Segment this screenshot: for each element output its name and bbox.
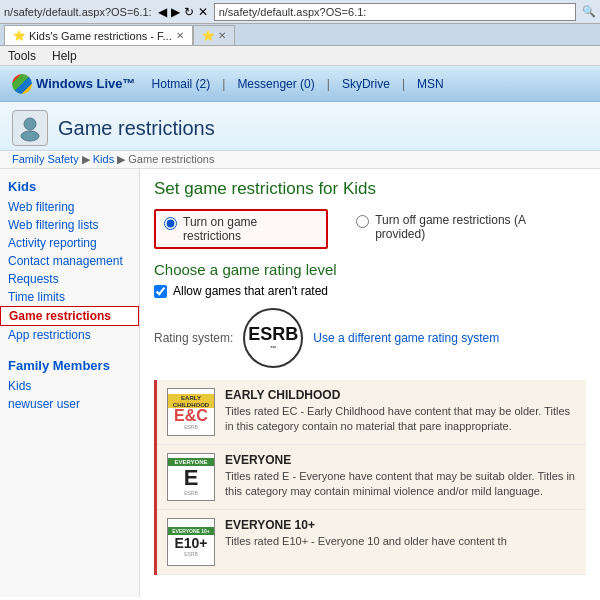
tab-inactive[interactable]: ⭐ ✕ xyxy=(193,25,235,45)
content-area: Set game restrictions for Kids Turn on g… xyxy=(140,169,600,597)
wl-header: Windows Live™ Hotmail (2) | Messenger (0… xyxy=(0,66,600,102)
sidebar-item-activity-reporting[interactable]: Activity reporting xyxy=(0,234,139,252)
sidebar-section-title-kids: Kids xyxy=(0,177,139,198)
radio-off-label: Turn off game restrictions (A provided) xyxy=(375,213,578,241)
rating-card-e: EVERYONE E ESRB EVERYONE Titles rated E … xyxy=(157,445,586,510)
radio-option-off[interactable]: Turn off game restrictions (A provided) xyxy=(348,209,586,245)
page-header-icon xyxy=(12,110,48,146)
rating-desc-e10: Titles rated E10+ - Everyone 10 and olde… xyxy=(225,534,576,549)
wl-nav: Hotmail (2) | Messenger (0) | SkyDrive |… xyxy=(152,77,444,91)
esrb-row: Rating system: ESRB ™ Use a different ga… xyxy=(154,308,586,368)
radio-off-input[interactable] xyxy=(356,215,369,228)
tab-close-icon-2[interactable]: ✕ xyxy=(218,30,226,41)
menu-tools[interactable]: Tools xyxy=(8,49,36,63)
rating-card-ec: EARLY CHILDHOOD E&C ESRB EARLY CHILDHOOD… xyxy=(157,380,586,445)
rating-icon-e10: EVERYONE 10+ E10+ ESRB xyxy=(167,518,215,566)
wl-nav-messenger[interactable]: Messenger (0) xyxy=(237,77,314,91)
rating-icon-e: EVERYONE E ESRB xyxy=(167,453,215,501)
tab-close-icon[interactable]: ✕ xyxy=(176,30,184,41)
wl-logo-text: Windows Live™ xyxy=(36,76,136,91)
radio-option-on[interactable]: Turn on game restrictions xyxy=(154,209,328,249)
esrb-sub: ™ xyxy=(270,345,277,352)
wl-divider-2: | xyxy=(327,77,330,91)
content-subtitle: Choose a game rating level xyxy=(154,261,586,278)
family-safety-icon xyxy=(16,114,44,142)
tab-favicon: ⭐ xyxy=(13,30,25,41)
wl-nav-skydrive[interactable]: SkyDrive xyxy=(342,77,390,91)
tab-label: Kids's Game restrictions - F... xyxy=(29,30,172,42)
radio-on-input[interactable] xyxy=(164,217,177,230)
sidebar-item-app-restrictions[interactable]: App restrictions xyxy=(0,326,139,344)
browser-icons: 🔍 xyxy=(582,5,596,18)
main-layout: Kids Web filtering Web filtering lists A… xyxy=(0,169,600,597)
rating-info-e10: EVERYONE 10+ Titles rated E10+ - Everyon… xyxy=(225,518,576,549)
stop-icon[interactable]: ✕ xyxy=(198,5,208,19)
browser-url-text: n/safety/default.aspx?OS=6.1: xyxy=(4,6,152,18)
rating-icon-ec: EARLY CHILDHOOD E&C ESRB xyxy=(167,388,215,436)
sidebar-item-time-limits[interactable]: Time limits xyxy=(0,288,139,306)
sidebar-section-kids: Kids Web filtering Web filtering lists A… xyxy=(0,177,139,344)
page-title: Game restrictions xyxy=(58,117,215,140)
rating-info-e: EVERYONE Titles rated E - Everyone have … xyxy=(225,453,576,500)
back-icon[interactable]: ◀ xyxy=(158,5,167,19)
breadcrumb-sep-1: ▶ xyxy=(82,153,93,165)
sidebar-section-title-family: Family Members xyxy=(0,356,139,377)
menu-bar: Tools Help xyxy=(0,46,600,66)
sidebar-item-contact-management[interactable]: Contact management xyxy=(0,252,139,270)
search-icon[interactable]: 🔍 xyxy=(582,5,596,18)
breadcrumb-current: Game restrictions xyxy=(128,153,214,165)
rating-name-e10: EVERYONE 10+ xyxy=(225,518,576,532)
rating-name-e: EVERYONE xyxy=(225,453,576,467)
sidebar-section-family: Family Members Kids newuser user xyxy=(0,356,139,413)
wl-divider-1: | xyxy=(222,77,225,91)
svg-point-1 xyxy=(21,131,39,141)
address-bar[interactable] xyxy=(214,3,576,21)
esrb-link[interactable]: Use a different game rating system xyxy=(313,331,499,345)
wl-nav-hotmail[interactable]: Hotmail (2) xyxy=(152,77,211,91)
wl-divider-3: | xyxy=(402,77,405,91)
breadcrumb: Family Safety ▶ Kids ▶ Game restrictions xyxy=(0,151,600,169)
tab-label-2: ⭐ xyxy=(202,30,214,41)
sidebar-item-game-restrictions[interactable]: Game restrictions xyxy=(0,306,139,326)
radio-group: Turn on game restrictions Turn off game … xyxy=(154,209,586,249)
sidebar-item-newuser[interactable]: newuser user xyxy=(0,395,139,413)
sidebar-item-kids-member[interactable]: Kids xyxy=(0,377,139,395)
refresh-icon[interactable]: ↻ xyxy=(184,5,194,19)
sidebar-item-web-filtering[interactable]: Web filtering xyxy=(0,198,139,216)
esrb-logo: ESRB ™ xyxy=(243,308,303,368)
wl-logo: Windows Live™ xyxy=(12,74,136,94)
checkbox-row: Allow games that aren't rated xyxy=(154,284,586,298)
windows-live-icon xyxy=(12,74,32,94)
checkbox-label: Allow games that aren't rated xyxy=(173,284,328,298)
rating-desc-ec: Titles rated EC - Early Childhood have c… xyxy=(225,404,576,435)
sidebar-item-requests[interactable]: Requests xyxy=(0,270,139,288)
breadcrumb-family-safety[interactable]: Family Safety xyxy=(12,153,79,165)
rating-info-ec: EARLY CHILDHOOD Titles rated EC - Early … xyxy=(225,388,576,435)
browser-bar: n/safety/default.aspx?OS=6.1: ◀ ▶ ↻ ✕ 🔍 xyxy=(0,0,600,24)
esrb-text: ESRB xyxy=(248,324,298,345)
rating-desc-e: Titles rated E - Everyone have content t… xyxy=(225,469,576,500)
breadcrumb-kids[interactable]: Kids xyxy=(93,153,114,165)
page-header: Game restrictions xyxy=(0,102,600,151)
menu-help[interactable]: Help xyxy=(52,49,77,63)
tab-bar: ⭐ Kids's Game restrictions - F... ✕ ⭐ ✕ xyxy=(0,24,600,46)
sidebar: Kids Web filtering Web filtering lists A… xyxy=(0,169,140,597)
radio-on-label: Turn on game restrictions xyxy=(183,215,318,243)
rating-label: Rating system: xyxy=(154,331,233,345)
svg-point-0 xyxy=(24,118,36,130)
tab-active[interactable]: ⭐ Kids's Game restrictions - F... ✕ xyxy=(4,25,193,45)
rating-card-e10: EVERYONE 10+ E10+ ESRB EVERYONE 10+ Titl… xyxy=(157,510,586,575)
breadcrumb-sep-2: ▶ xyxy=(117,153,128,165)
allow-unrated-checkbox[interactable] xyxy=(154,285,167,298)
sidebar-item-web-filtering-lists[interactable]: Web filtering lists xyxy=(0,216,139,234)
forward-icon[interactable]: ▶ xyxy=(171,5,180,19)
rating-list: EARLY CHILDHOOD E&C ESRB EARLY CHILDHOOD… xyxy=(154,380,586,575)
content-main-title: Set game restrictions for Kids xyxy=(154,179,586,199)
rating-name-ec: EARLY CHILDHOOD xyxy=(225,388,576,402)
wl-nav-msn[interactable]: MSN xyxy=(417,77,444,91)
